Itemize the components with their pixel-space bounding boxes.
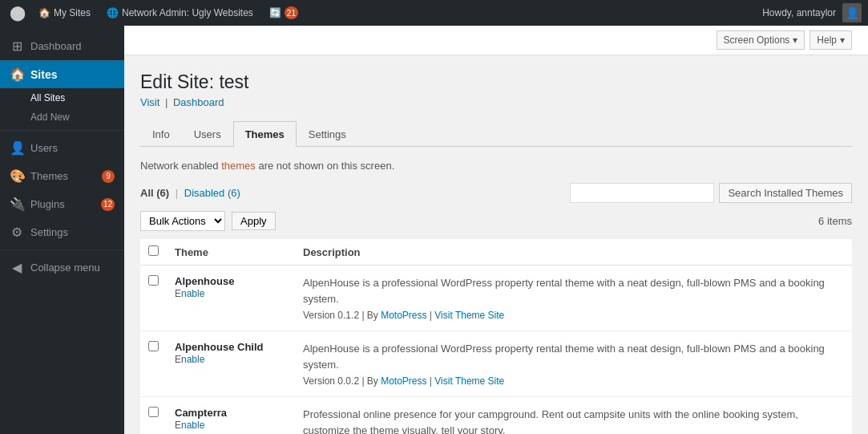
help-button[interactable]: Help ▾: [809, 30, 852, 50]
sidebar-item-themes[interactable]: 🎨 Themes 9: [0, 162, 124, 190]
updates-menu[interactable]: 🔄 21: [263, 0, 305, 26]
filter-all: All (6): [140, 187, 169, 199]
sidebar-label-settings: Settings: [30, 226, 68, 238]
breadcrumb-visit-link[interactable]: Visit: [140, 96, 159, 108]
sidebar-label-sites: Sites: [30, 68, 57, 81]
table-header-checkbox: [140, 239, 167, 266]
apply-button[interactable]: Apply: [232, 212, 276, 230]
dashboard-icon: ⊞: [10, 39, 24, 54]
themes-icon: 🎨: [10, 168, 24, 184]
theme-checkbox-cell: [140, 331, 167, 397]
theme-col-label: Theme: [175, 246, 208, 258]
content-topbar: Screen Options ▾ Help ▾: [124, 26, 868, 55]
actions-bar: Bulk Actions Apply 6 items: [140, 211, 852, 231]
sidebar-item-all-sites[interactable]: All Sites: [0, 88, 124, 107]
bulk-actions-area: Bulk Actions Apply: [140, 211, 276, 231]
table-header-theme: Theme: [167, 239, 295, 266]
theme-actions-alpenhouse: Enable: [175, 287, 287, 299]
screen-options-chevron-icon: ▾: [793, 34, 797, 46]
sidebar-label-plugins: Plugins: [30, 198, 65, 210]
theme-desc-cell-campterra: Professional online presence for your ca…: [295, 397, 852, 435]
help-label: Help: [817, 34, 837, 46]
visit-link-alpenhouse[interactable]: Visit Theme Site: [434, 310, 504, 321]
visit-link-alpenhouse-child[interactable]: Visit Theme Site: [434, 375, 504, 387]
theme-desc-alpenhouse: AlpenHouse is a professional WordPress p…: [303, 275, 844, 306]
updates-count: 21: [285, 6, 298, 19]
theme-checkbox-cell: [140, 397, 167, 435]
sites-icon: 🏠: [10, 67, 24, 82]
network-admin-menu[interactable]: 🌐 Network Admin: Ugly Websites: [100, 0, 260, 26]
screen-options-label: Screen Options: [724, 34, 790, 46]
theme-desc-alpenhouse-child: AlpenHouse is a professional WordPress p…: [303, 341, 844, 372]
theme-name-campterra: Campterra: [175, 407, 287, 419]
plugins-badge: 12: [101, 198, 115, 211]
add-new-label: Add New: [30, 112, 70, 123]
bulk-actions-select[interactable]: Bulk Actions: [140, 211, 225, 231]
themes-badge: 9: [102, 170, 115, 183]
sidebar-label-dashboard: Dashboard: [30, 40, 82, 52]
table-header-description: Description: [295, 239, 852, 266]
table-row: Alpenhouse Child Enable AlpenHouse is a …: [140, 331, 852, 397]
theme-name-alpenhouse: Alpenhouse: [175, 275, 287, 287]
filter-bar: All (6) | Disabled (6) Search Installed …: [140, 183, 852, 203]
theme-checkbox-campterra[interactable]: [148, 407, 159, 417]
sidebar-item-dashboard[interactable]: ⊞ Dashboard: [0, 32, 124, 60]
theme-name-cell-campterra: Campterra Enable: [167, 397, 295, 435]
nav-tabs: Info Users Themes Settings: [140, 121, 852, 147]
sidebar-item-plugins[interactable]: 🔌 Plugins 12: [0, 190, 124, 218]
screen-options-button[interactable]: Screen Options ▾: [717, 30, 805, 50]
author-link-alpenhouse-child[interactable]: MotoPress: [381, 375, 426, 387]
wp-logo[interactable]: ⬤: [6, 0, 29, 26]
network-enabled-notice: Network enabled themes are not shown on …: [140, 160, 852, 172]
breadcrumb-dashboard-link[interactable]: Dashboard: [173, 96, 224, 108]
enable-link-campterra[interactable]: Enable: [175, 420, 204, 431]
author-link-alpenhouse[interactable]: MotoPress: [381, 310, 426, 321]
admin-bar: ⬤ 🏠 My Sites 🌐 Network Admin: Ugly Websi…: [0, 0, 868, 26]
admin-sidebar: ⊞ Dashboard 🏠 Sites All Sites Add New 👤 …: [0, 26, 124, 434]
theme-actions-alpenhouse-child: Enable: [175, 353, 287, 365]
main-content: Screen Options ▾ Help ▾ Edit Site: test …: [124, 26, 868, 434]
sidebar-item-users[interactable]: 👤 Users: [0, 134, 124, 162]
themes-table: Theme Description Alpenhouse: [140, 239, 852, 434]
tab-settings[interactable]: Settings: [297, 121, 358, 147]
enable-link-alpenhouse[interactable]: Enable: [175, 288, 204, 299]
theme-checkbox-alpenhouse[interactable]: [148, 275, 159, 286]
apply-label: Apply: [240, 215, 267, 227]
select-all-checkbox[interactable]: [148, 245, 159, 256]
table-row: Campterra Enable Professional online pre…: [140, 397, 852, 435]
sidebar-collapse[interactable]: ◀ Collapse menu: [0, 254, 124, 282]
howdy-text: Howdy, anntaylor: [762, 7, 836, 18]
themes-link[interactable]: themes: [221, 160, 256, 172]
theme-name-alpenhouse-child: Alpenhouse Child: [175, 341, 287, 353]
plugins-icon: 🔌: [10, 197, 24, 212]
search-button[interactable]: Search Installed Themes: [719, 183, 852, 203]
user-avatar[interactable]: 👤: [842, 3, 862, 22]
items-count: 6 items: [818, 215, 852, 227]
house-icon: 🏠: [38, 7, 50, 18]
enable-link-alpenhouse-child[interactable]: Enable: [175, 354, 204, 365]
network-admin-label: Network Admin: Ugly Websites: [122, 7, 253, 18]
search-button-label: Search Installed Themes: [728, 187, 843, 199]
tab-themes[interactable]: Themes: [233, 121, 297, 147]
theme-meta-alpenhouse-child: Version 0.0.2 | By MotoPress | Visit The…: [303, 375, 844, 387]
filter-disabled[interactable]: Disabled (6): [184, 187, 240, 199]
theme-actions-campterra: Enable: [175, 419, 287, 431]
sidebar-item-add-new[interactable]: Add New: [0, 107, 124, 127]
theme-desc-cell-alpenhouse: AlpenHouse is a professional WordPress p…: [295, 266, 852, 331]
sidebar-label-users: Users: [30, 142, 58, 154]
filter-links: All (6) | Disabled (6): [140, 187, 240, 199]
sidebar-item-sites[interactable]: 🏠 Sites: [0, 60, 124, 88]
tab-info[interactable]: Info: [140, 121, 182, 147]
sidebar-item-settings[interactable]: ⚙ Settings: [0, 218, 124, 246]
search-input[interactable]: [570, 183, 714, 203]
my-sites-menu[interactable]: 🏠 My Sites: [32, 0, 97, 26]
theme-desc-campterra: Professional online presence for your ca…: [303, 407, 844, 434]
collapse-icon: ◀: [10, 260, 24, 275]
theme-checkbox-alpenhouse-child[interactable]: [148, 341, 159, 351]
theme-meta-alpenhouse: Version 0.1.2 | By MotoPress | Visit The…: [303, 310, 844, 321]
themes-section: Network enabled themes are not shown on …: [124, 147, 868, 434]
users-icon: 👤: [10, 140, 24, 156]
filter-sep: |: [176, 187, 181, 199]
tab-users[interactable]: Users: [182, 121, 233, 147]
all-sites-label: All Sites: [30, 92, 65, 103]
